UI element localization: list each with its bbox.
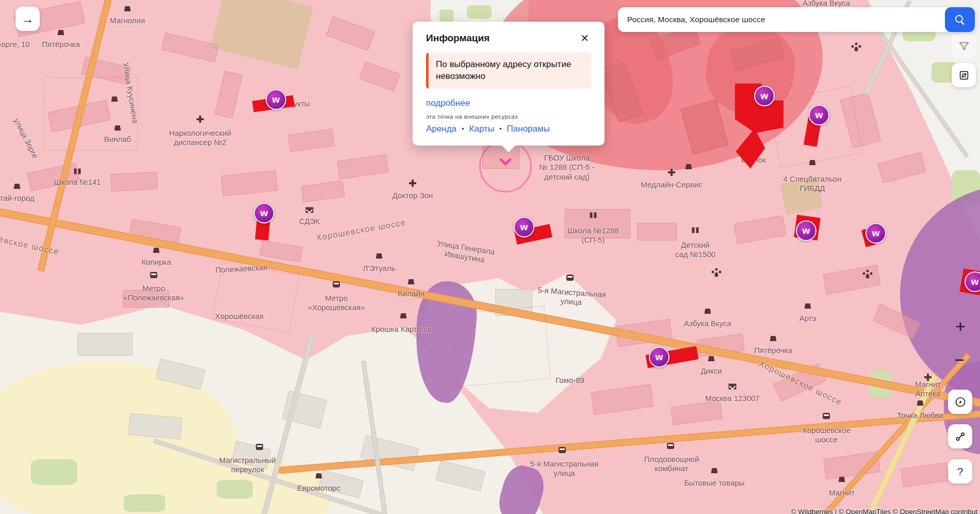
shop-icon (685, 164, 692, 169)
map-label: Л'Этуаль (363, 264, 396, 273)
help-button[interactable]: ? (948, 459, 972, 484)
shop-icon (770, 336, 777, 341)
map-label: Магистральный переулок (219, 456, 276, 475)
shop-icon (805, 303, 811, 309)
map-label: Пятёрочка (754, 346, 792, 355)
building (877, 152, 926, 183)
route-icon (954, 430, 967, 443)
shop-icon (316, 473, 322, 478)
shop-icon (153, 248, 160, 253)
search-bar (618, 7, 975, 32)
cross-icon (924, 374, 932, 381)
building (288, 128, 335, 152)
building (128, 413, 182, 440)
wb-marker[interactable]: w (809, 105, 829, 125)
popup-note: эта точка на внешних ресурсах (426, 114, 591, 120)
map-label: 5-я Магистральная улица (530, 459, 599, 478)
zone-green (124, 494, 165, 512)
shop-icon (111, 97, 118, 102)
map-label: Плодоовощной комбинат (644, 455, 699, 474)
panoramy-link[interactable]: Панорамы (507, 124, 550, 134)
cross-icon (668, 169, 675, 176)
school-icon (692, 228, 699, 233)
search-input[interactable] (618, 7, 948, 32)
map-label: Медлайн-Сервис (641, 180, 703, 189)
warning-banner: По выбранному адресу открытие невозможно (426, 53, 591, 89)
zoom-out-button[interactable]: − (948, 348, 971, 371)
building (161, 33, 219, 62)
building (671, 400, 723, 425)
map-attribution: © Wildberries | © OpenMapTiles © OpenStr… (791, 508, 978, 514)
building (901, 462, 949, 487)
shop-icon (376, 253, 383, 259)
karty-link[interactable]: Карты (469, 124, 494, 134)
external-links: Аренда • Карты • Панорамы (426, 124, 591, 134)
shop-icon (705, 309, 711, 314)
map-label: Детский сад №1500 (675, 240, 715, 260)
wb-marker[interactable]: w (266, 89, 286, 110)
map-label: Хорошёвское шоссе (802, 426, 851, 445)
shop-icon (400, 313, 407, 318)
mail-icon (729, 384, 737, 390)
compass-button[interactable] (948, 390, 972, 414)
shop-icon (839, 477, 845, 482)
filter-button[interactable] (952, 34, 976, 58)
wb-marker[interactable]: w (865, 223, 886, 244)
search-button[interactable] (945, 7, 975, 32)
route-button[interactable] (948, 424, 972, 448)
map-label: Магнит (829, 488, 855, 497)
road-zorge (0, 41, 2, 301)
map-label: Школа №1288 (СП-5) (567, 226, 618, 245)
bus-icon (667, 443, 674, 449)
back-button[interactable]: → (15, 7, 40, 31)
map-label: Дикси (700, 366, 722, 376)
cross-icon (197, 116, 204, 123)
wb-marker[interactable]: w (796, 220, 816, 241)
map-label: тай-город (0, 194, 35, 203)
map-label: Копирка (141, 258, 171, 267)
shop-icon (408, 279, 415, 284)
building (326, 16, 375, 51)
wb-marker[interactable]: w (254, 203, 274, 223)
info-popup: Информация ✕ По выбранному адресу открыт… (413, 22, 605, 146)
bus-icon (566, 275, 574, 281)
map-label: Крошка Картошка (371, 325, 435, 334)
shop-icon (809, 160, 816, 165)
zone-green (439, 9, 454, 22)
building (301, 180, 345, 202)
wb-marker[interactable]: w (514, 217, 534, 237)
map-canvas[interactable]: Магнолияорге, 10ПятёрочкаУлица Куусинена… (0, 0, 980, 514)
map-label: Магнит Аптека (902, 380, 954, 399)
wb-marker[interactable]: w (754, 86, 775, 106)
bus-icon (256, 444, 263, 450)
shop-icon (115, 125, 121, 131)
map-label: Бытовые товары (684, 478, 744, 488)
building (359, 61, 400, 91)
map-label: Метро «Полежаевская» (123, 284, 184, 303)
map-label: СДЭК (299, 217, 320, 226)
school-icon (590, 213, 597, 218)
selected-point-pin (500, 158, 511, 168)
building (110, 172, 158, 192)
zoom-in-button[interactable]: + (949, 315, 972, 338)
paw-icon (715, 272, 718, 275)
details-link[interactable]: подробнее (426, 98, 470, 108)
map-label: Гомо-89 (556, 376, 584, 385)
building (215, 71, 243, 119)
zone-green (31, 459, 77, 485)
zone-green (467, 5, 492, 19)
shop-icon (58, 30, 64, 35)
popup-title: Информация (426, 33, 489, 44)
close-icon[interactable]: ✕ (578, 32, 591, 44)
arenda-link[interactable]: Аренда (426, 124, 456, 134)
levels-button[interactable] (952, 63, 976, 87)
map-label: Винлаб (104, 135, 131, 144)
wb-marker[interactable]: w (649, 347, 669, 367)
map-label: Улица Генерала Ивашутина (435, 238, 496, 266)
building (637, 223, 677, 240)
bus-icon (823, 413, 830, 419)
zone-outline (451, 306, 551, 387)
map-label: ГБОУ Школа № 1288 (СП-5 - детский сад) (540, 153, 595, 182)
building (733, 215, 786, 244)
map-label: Евромоторс (297, 484, 340, 493)
